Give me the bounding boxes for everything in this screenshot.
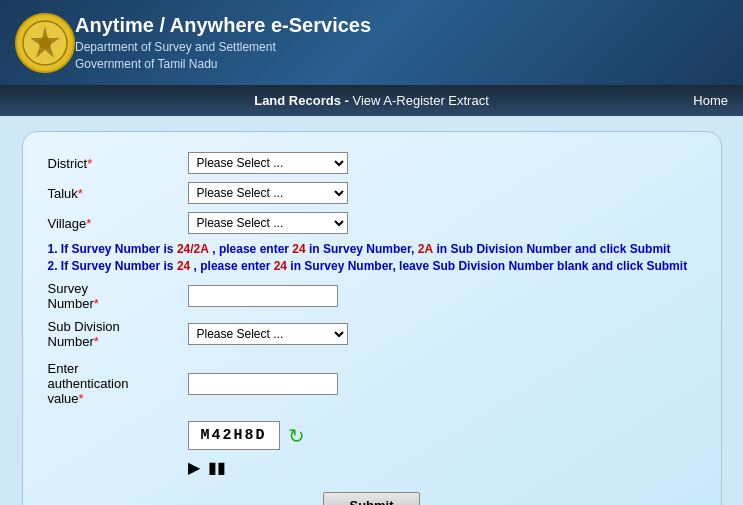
taluk-select[interactable]: Please Select ...	[188, 182, 348, 204]
nav-page: View A-Register Extract	[352, 93, 488, 108]
district-select[interactable]: Please Select ...	[188, 152, 348, 174]
sub-division-select[interactable]: Please Select ...	[188, 323, 348, 345]
play-button[interactable]: ▶	[188, 458, 200, 477]
survey-number-label: SurveyNumber*	[48, 281, 188, 311]
district-label: District*	[48, 156, 188, 171]
sub-division-label: Sub DivisionNumber*	[48, 319, 188, 349]
submit-button[interactable]: Submit	[323, 492, 419, 505]
dept-subtitle2: Government of Tamil Nadu	[75, 57, 371, 71]
village-label: Village*	[48, 216, 188, 231]
auth-input[interactable]	[188, 373, 338, 395]
auth-label: Enterauthenticationvalue*	[48, 361, 188, 406]
instruction-1: 1. If Survey Number is 24/2A , please en…	[48, 242, 696, 256]
form-container: District* Please Select ... Taluk* Pleas…	[22, 131, 722, 505]
site-title: Anytime / Anywhere e-Services	[75, 14, 371, 37]
taluk-row: Taluk* Please Select ...	[48, 182, 696, 204]
refresh-captcha-button[interactable]: ↻	[288, 424, 305, 448]
captcha-display: M42H8D	[188, 421, 280, 450]
instructions: 1. If Survey Number is 24/2A , please en…	[48, 242, 696, 273]
auth-row: Enterauthenticationvalue*	[48, 361, 696, 406]
header: Anytime / Anywhere e-Services Department…	[0, 0, 743, 85]
nav-title: Land Records - View A-Register Extract	[254, 93, 489, 108]
dept-subtitle1: Department of Survey and Settlement	[75, 40, 371, 54]
government-emblem	[15, 13, 75, 73]
taluk-label: Taluk*	[48, 186, 188, 201]
survey-number-input[interactable]	[188, 285, 338, 307]
submit-row: Submit	[48, 492, 696, 505]
header-text: Anytime / Anywhere e-Services Department…	[75, 14, 371, 71]
svg-point-2	[39, 37, 51, 49]
nav-section: Land Records	[254, 93, 341, 108]
media-controls: ▶ ▮▮	[188, 458, 696, 477]
main-content: District* Please Select ... Taluk* Pleas…	[0, 116, 743, 505]
instruction-2: 2. If Survey Number is 24 , please enter…	[48, 259, 696, 273]
village-row: Village* Please Select ...	[48, 212, 696, 234]
captcha-row: M42H8D ↻	[188, 421, 696, 450]
survey-number-row: SurveyNumber*	[48, 281, 696, 311]
nav-bar: Land Records - View A-Register Extract H…	[0, 85, 743, 116]
home-link[interactable]: Home	[693, 93, 728, 108]
district-row: District* Please Select ...	[48, 152, 696, 174]
village-select[interactable]: Please Select ...	[188, 212, 348, 234]
pause-button[interactable]: ▮▮	[208, 458, 226, 477]
sub-division-row: Sub DivisionNumber* Please Select ...	[48, 319, 696, 349]
